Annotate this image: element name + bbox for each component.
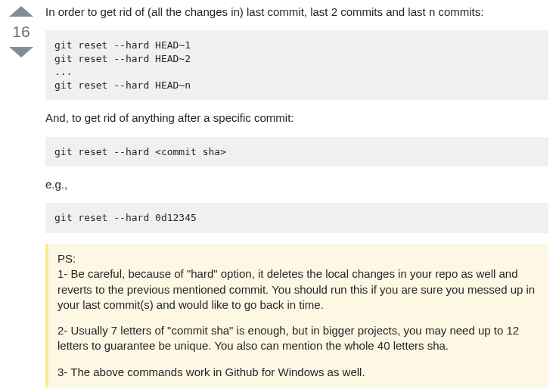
code-block-head-n: git reset --hard HEAD~1 git reset --hard… [45,30,548,100]
code-block-example: git reset --hard 0d12345 [45,203,548,233]
ps-item-3: 3- The above commands work in Github for… [57,365,539,380]
ps-item-2: 2- Usually 7 letters of "commit sha" is … [57,323,539,354]
ps-heading: PS: [57,252,76,265]
ps-block: PS: 1- Be careful, because of "hard" opt… [45,244,548,387]
intro-text: In order to get rid of (all the changes … [45,5,548,20]
vote-count: 16 [5,17,38,47]
mid-text: And, to get rid of anything after a spec… [45,110,548,126]
eg-text: e.g., [45,177,548,192]
ps-item-1: 1- Be careful, because of "hard" option,… [57,267,535,311]
post-cell: In order to get rid of (all the changes … [38,5,548,392]
downvote-arrow-icon[interactable] [9,47,33,58]
vote-cell: 16 [5,5,38,392]
upvote-arrow-icon[interactable] [9,6,33,17]
code-block-commit-sha: git reset --hard <commit sha> [45,137,548,167]
